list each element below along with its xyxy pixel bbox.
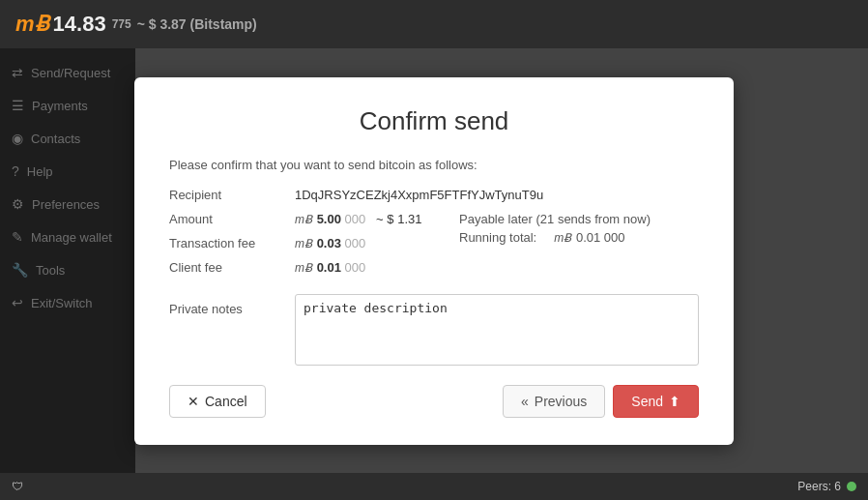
amount-section: Amount mɃ 5.00 000 ~ $ 1.31 Transaction … [169, 212, 699, 284]
running-total-muted: 000 [604, 230, 625, 245]
balance-fiat: ~ $ 3.87 (Bitstamp) [137, 16, 257, 32]
amount-side-info: Payable later (21 sends from now) Runnin… [459, 212, 699, 249]
peers-label: Peers: 6 [797, 480, 841, 493]
txfee-value: mɃ 0.03 000 [295, 236, 459, 250]
txfee-mbtc-symbol: mɃ [295, 237, 312, 250]
cancel-button[interactable]: ✕ Cancel [169, 385, 266, 418]
txfee-label: Transaction fee [169, 236, 295, 250]
clientfee-bold: 0.01 [317, 260, 341, 275]
recipient-row: Recipient 1DqJRSYzCEZkj4XxpmF5FTFfYJwTyn… [169, 188, 699, 202]
balance-amount: 14.83 [53, 12, 106, 37]
notes-input[interactable]: private description [295, 294, 699, 366]
clientfee-label: Client fee [169, 260, 295, 275]
clientfee-row: Client fee mɃ 0.01 000 [169, 260, 459, 275]
btc-icon: mɃ [15, 12, 49, 37]
top-bar: mɃ 14.83 775 ~ $ 3.87 (Bitstamp) [0, 0, 868, 48]
running-total-mbtc: mɃ [554, 231, 571, 245]
amount-label: Amount [169, 212, 295, 226]
running-total-row: Running total: mɃ 0.01 000 [459, 230, 699, 245]
clientfee-mbtc-symbol: mɃ [295, 261, 312, 275]
clientfee-muted: 000 [345, 260, 366, 275]
amount-fiat: ~ $ 1.31 [376, 212, 421, 226]
txfee-muted: 000 [345, 236, 366, 250]
recipient-value: 1DqJRSYzCEZkj4XxpmF5FTFfYJwTynuT9u [295, 188, 699, 202]
peers-info: Peers: 6 [797, 480, 856, 493]
running-total-label: Running total: [459, 230, 536, 245]
txfee-bold: 0.03 [317, 236, 341, 250]
amount-muted: 000 [345, 212, 366, 226]
send-label: Send [631, 394, 663, 409]
shield-icon: 🛡 [12, 480, 23, 493]
notes-row: Private notes private description [169, 294, 699, 366]
amount-main: Amount mɃ 5.00 000 ~ $ 1.31 Transaction … [169, 212, 459, 284]
amount-mbtc-symbol: mɃ [295, 213, 312, 226]
cancel-label: Cancel [205, 394, 247, 409]
amount-bold: 5.00 [317, 212, 341, 226]
modal-overlay: Confirm send Please confirm that you wan… [0, 48, 868, 473]
previous-icon: « [521, 394, 529, 409]
recipient-label: Recipient [169, 188, 295, 202]
payable-later-text: Payable later (21 sends from now) [459, 212, 651, 226]
running-total-value: 0.01 [576, 230, 600, 245]
previous-button[interactable]: « Previous [503, 385, 605, 418]
amount-value: mɃ 5.00 000 ~ $ 1.31 [295, 212, 459, 226]
notes-label: Private notes [169, 294, 295, 316]
peer-dot [847, 482, 856, 491]
txfee-row: Transaction fee mɃ 0.03 000 [169, 236, 459, 250]
amount-row: Amount mɃ 5.00 000 ~ $ 1.31 [169, 212, 459, 226]
cancel-icon: ✕ [188, 394, 199, 409]
previous-label: Previous [535, 394, 587, 409]
send-icon: ⬆ [669, 394, 680, 409]
clientfee-value: mɃ 0.01 000 [295, 260, 459, 275]
modal-footer: ✕ Cancel « Previous Send ⬆ [169, 385, 699, 418]
confirm-send-modal: Confirm send Please confirm that you wan… [134, 77, 734, 445]
send-button[interactable]: Send ⬆ [613, 385, 699, 418]
modal-subtitle: Please confirm that you want to send bit… [169, 158, 699, 172]
balance-subscript: 775 [112, 17, 131, 31]
payable-later-row: Payable later (21 sends from now) [459, 212, 699, 226]
status-bar: 🛡 Peers: 6 [0, 473, 868, 500]
btn-group-right: « Previous Send ⬆ [503, 385, 699, 418]
modal-title: Confirm send [169, 106, 699, 136]
